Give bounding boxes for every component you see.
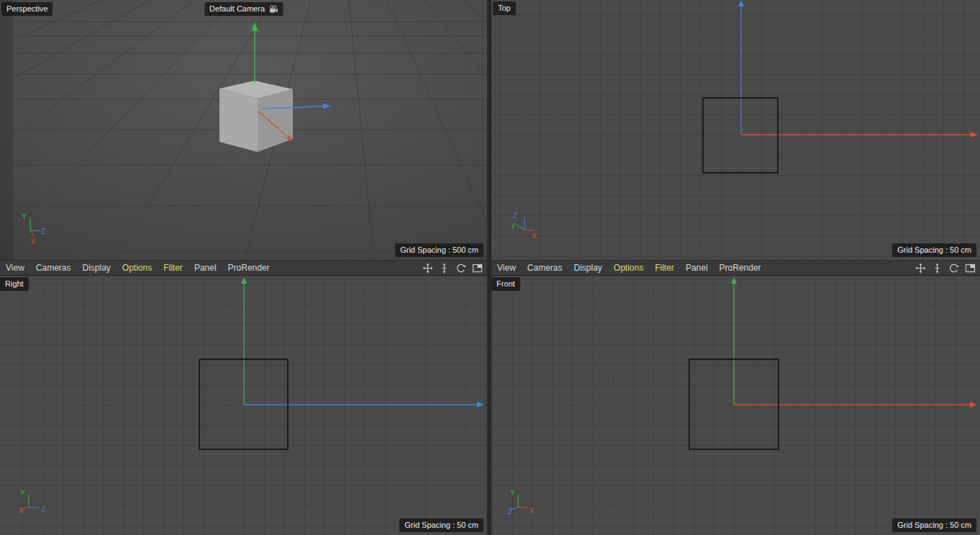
viewport-label: Top — [493, 1, 516, 15]
toggle-layout-icon[interactable] — [472, 263, 483, 274]
menu-item-view[interactable]: View — [497, 263, 516, 273]
menu-item-filter[interactable]: Filter — [163, 263, 183, 273]
world-x-arrow[interactable] — [971, 132, 978, 138]
menu-item-options[interactable]: Options — [614, 263, 643, 273]
grid-spacing-badge: Grid Spacing : 50 cm — [399, 518, 484, 532]
viewport-perspective[interactable]: Y Z X Perspective Default Camera Grid Sp… — [0, 0, 487, 260]
world-y-arrow[interactable] — [731, 277, 737, 284]
menu-item-display[interactable]: Display — [82, 263, 110, 273]
axis-y-label: Y — [510, 489, 515, 497]
viewport-top[interactable]: Z Y X Top Grid Spacing : 50 cm — [491, 0, 980, 260]
camera-chip[interactable]: Default Camera — [204, 2, 283, 16]
axis-indicator: Z Y X — [511, 212, 537, 240]
menu-item-panel[interactable]: Panel — [686, 263, 708, 273]
pan-icon[interactable] — [915, 263, 926, 274]
camera-icon[interactable] — [268, 5, 278, 14]
axis-y-label: Y — [22, 212, 27, 220]
world-y-arrow[interactable] — [241, 277, 247, 284]
indicator-x-line — [525, 230, 534, 230]
axis-x-label: X — [530, 507, 535, 515]
indicator-z-line — [29, 507, 39, 508]
viewport-nav-tools — [422, 263, 483, 274]
menu-item-cameras[interactable]: Cameras — [36, 263, 71, 273]
menu-item-prorender[interactable]: ProRender — [720, 263, 761, 273]
axis-x-label: X — [19, 507, 24, 515]
axis-z-label: Z — [41, 228, 45, 235]
axis-x-label: X — [31, 238, 36, 246]
axis-indicator: Y Z X — [19, 489, 45, 515]
axis-z-label: Z — [513, 212, 517, 220]
viewport-toolbar-left: View Cameras Display Options Filter Pane… — [0, 260, 487, 276]
cube-3d[interactable] — [219, 81, 293, 152]
viewport-label: Right — [0, 277, 29, 291]
axis-x-label: X — [532, 232, 537, 240]
viewport-front[interactable]: Y X Z Front Grid Spacing : 50 cm — [491, 276, 980, 535]
quad-viewport-stage: Y Z X Perspective Default Camera Grid Sp… — [0, 0, 980, 535]
indicator-x-line — [518, 507, 528, 508]
rotate-icon[interactable] — [455, 263, 466, 274]
right-scene: Y Z X — [0, 276, 487, 535]
axis-y-label: Y — [511, 222, 516, 230]
menu-item-options[interactable]: Options — [122, 263, 152, 273]
menu-item-view[interactable]: View — [6, 263, 24, 273]
viewport-right[interactable]: Y Z X Right Grid Spacing : 50 cm — [0, 276, 487, 535]
axis-y-label: Y — [20, 489, 25, 497]
top-scene: Z Y X — [491, 0, 980, 260]
grid-spacing-badge: Grid Spacing : 500 cm — [395, 243, 484, 257]
menu-item-display[interactable]: Display — [573, 263, 602, 273]
viewport-label: Front — [491, 277, 520, 291]
world-z-arrow[interactable] — [738, 0, 744, 6]
dolly-icon[interactable] — [932, 263, 943, 274]
toggle-layout-icon[interactable] — [965, 263, 976, 274]
axis-z-label: Z — [41, 505, 45, 513]
camera-name: Default Camera — [209, 4, 265, 14]
axis-z-label: Z — [508, 508, 512, 516]
world-x-arrow[interactable] — [970, 402, 977, 408]
cube-outline[interactable] — [703, 98, 778, 173]
viewport-label: Perspective — [1, 2, 53, 16]
world-z-arrow[interactable] — [477, 402, 484, 408]
viewport-toolbar-right: View Cameras Display Options Filter Pane… — [491, 260, 980, 276]
menu-item-cameras[interactable]: Cameras — [527, 263, 563, 273]
grid-spacing-badge: Grid Spacing : 50 cm — [892, 243, 976, 257]
viewport-nav-tools — [915, 263, 976, 274]
axis-indicator: Y X Z — [508, 489, 535, 516]
dolly-icon[interactable] — [439, 263, 450, 274]
grid-spacing-badge: Grid Spacing : 50 cm — [892, 518, 976, 532]
menu-item-filter[interactable]: Filter — [655, 263, 674, 273]
front-scene: Y X Z — [491, 276, 980, 535]
pan-icon[interactable] — [422, 263, 433, 274]
rotate-icon[interactable] — [948, 263, 959, 274]
indicator-y-line — [517, 225, 525, 230]
menu-item-prorender[interactable]: ProRender — [228, 263, 270, 273]
menu-item-panel[interactable]: Panel — [194, 263, 217, 273]
perspective-scene: Y Z X — [0, 0, 487, 260]
